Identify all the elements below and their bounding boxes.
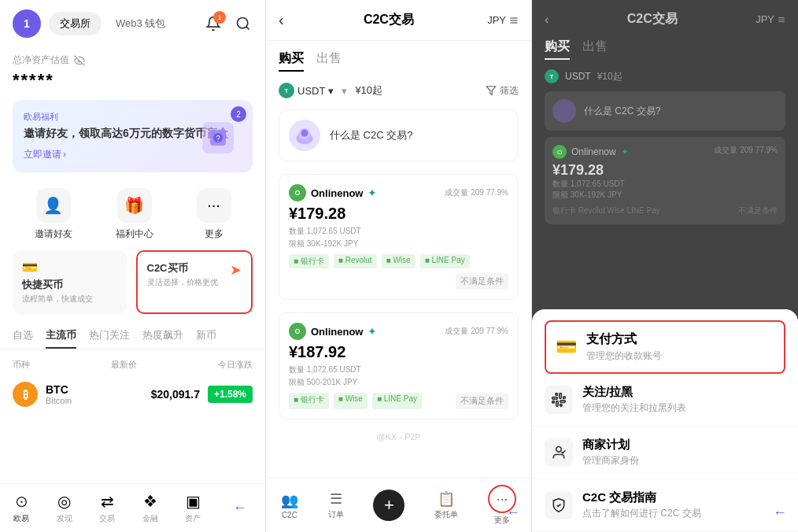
p2-trade-tabs: 购买 出售 <box>266 41 531 78</box>
merchant-2-name: O Onlinenow ✦ <box>289 323 377 340</box>
merchant-1-name: O Onlinenow ✦ <box>289 184 377 201</box>
tab-buy[interactable]: 购买 <box>279 50 304 72</box>
gift-icon: 🎁 <box>117 188 152 223</box>
currency-selector[interactable]: JPY <box>487 14 519 26</box>
merchant-sub: 管理商家身份 <box>582 454 639 467</box>
merchant-1-limit: 限额 30K-192K JPY <box>289 238 508 249</box>
svg-marker-10 <box>486 87 496 95</box>
follow-sub: 管理您的关注和拉黑列表 <box>582 401 686 415</box>
p3-dim-tab-buy: 购买 <box>545 39 570 60</box>
coin-filter[interactable]: T USDT ▾ <box>279 83 334 98</box>
nav-discover[interactable]: ◎ 发现 <box>57 492 72 524</box>
btc-row[interactable]: ₿ BTC Bitcoin $20,091.7 +1.58% <box>0 374 265 415</box>
back-arrow-bottom[interactable]: ← <box>228 492 252 524</box>
info-text: 什么是 C2C 交易? <box>330 128 412 142</box>
benefits-action[interactable]: 🎁 福利中心 <box>116 188 153 241</box>
add-button[interactable]: + <box>373 490 405 521</box>
p2-title: C2C交易 <box>290 12 487 28</box>
delegate-nav-icon: 📋 <box>438 490 455 508</box>
merchant-2-stats: 成交量 209 77.9% <box>445 326 508 337</box>
c2c-trade-card[interactable]: ➤ C2C买币 灵活选择，价格更优 <box>136 250 253 314</box>
verified-icon-2: ✦ <box>368 325 377 338</box>
merchant-2-price: ¥187.92 <box>289 343 508 361</box>
header-tabs: 交易所 Web3 钱包 <box>49 12 196 35</box>
notification-button[interactable]: 1 <box>204 14 223 33</box>
more-dots-icon: ··· <box>197 188 231 223</box>
promo-card[interactable]: 2 欧易福利 邀请好友，领取高达6万元的数字货币盲盒 立即邀请 › ? <box>13 100 253 172</box>
search-button[interactable] <box>234 14 253 33</box>
back-button-p2[interactable]: ‹ <box>279 11 284 29</box>
merchant-card-2[interactable]: O Onlinenow ✦ 成交量 209 77.9% ¥187.92 数量 1… <box>279 312 519 419</box>
tab-web3[interactable]: Web3 钱包 <box>105 12 176 35</box>
tab-exchange[interactable]: 交易所 <box>49 12 102 35</box>
follow-icon <box>545 386 573 414</box>
invite-icon: 👤 <box>36 188 71 223</box>
invite-friends-action[interactable]: 👤 邀请好友 <box>35 188 72 241</box>
p3-dim-merchant-card: O Onlinenow ✦ 成交量 209 77.9% ¥179.28 数量 1… <box>545 137 785 224</box>
nav-trade[interactable]: ⇄ 交易 <box>99 492 115 524</box>
tab-trending[interactable]: 热度飙升 <box>142 323 183 349</box>
btc-info: BTC Bitcoin <box>46 383 143 405</box>
p3-dim-merchant-avatar: O <box>552 145 567 159</box>
tab-new[interactable]: 新币 <box>196 323 216 349</box>
coin-table-header: 币种 最新价 今日涨跌 <box>0 356 265 374</box>
watermark: @KX - P2P <box>266 426 531 448</box>
nav-c2c[interactable]: 👥 C2C <box>281 492 298 519</box>
nav-assets[interactable]: ▣ 资产 <box>185 492 201 524</box>
merchant-2-tags: ■ 银行卡 ■ Wise ■ LINE Pay 不满足条件 <box>289 393 508 409</box>
nav-finance[interactable]: ❖ 金融 <box>142 492 158 524</box>
merchant-plan-item[interactable]: 商家计划 管理商家身份 <box>532 427 798 479</box>
btc-change: +1.58% <box>208 386 253 403</box>
guide-sub: 点击了解如何进行 C2C 交易 <box>582 507 701 520</box>
merchant-2-amount: 数量 1,072.65 USDT <box>289 364 508 375</box>
fast-trade-card[interactable]: 💳 快捷买币 流程简单，快速成交 <box>13 250 127 314</box>
info-card[interactable]: 什么是 C2C 交易? <box>279 109 519 161</box>
info-illustration <box>289 120 320 151</box>
p2-back-arrow[interactable]: ← <box>506 504 520 521</box>
quick-actions: 👤 邀请好友 🎁 福利中心 ··· 更多 <box>0 182 265 250</box>
more-action[interactable]: ··· 更多 <box>197 188 231 241</box>
promo-illustration: ? <box>194 114 242 161</box>
c2c-guide-item[interactable]: C2C 交易指南 点击了解如何进行 C2C 交易 <box>532 479 798 532</box>
nav-ouyi[interactable]: ⊙ 欧易 <box>13 492 29 524</box>
p1-header: 1 交易所 Web3 钱包 1 <box>0 0 265 47</box>
p3-dim-currency: JPY <box>756 13 785 25</box>
c2c-arrow-icon: ➤ <box>230 261 242 279</box>
p3-dim-info-card: 什么是 C2C 交易? <box>545 91 785 131</box>
finance-icon: ❖ <box>143 492 157 511</box>
p3-menu-panel: 💳 支付方式 管理您的收款账号 关注/拉黑 <box>532 309 798 532</box>
svg-point-0 <box>238 18 248 28</box>
nav-delegate[interactable]: 📋 委托单 <box>434 490 458 520</box>
nav-orders[interactable]: ☰ 订单 <box>328 490 344 520</box>
svg-line-1 <box>246 27 249 30</box>
svg-point-13 <box>301 130 308 137</box>
follow-title: 关注/拉黑 <box>582 385 686 400</box>
filter-button[interactable]: 筛选 <box>486 84 519 98</box>
merchant-1-stats: 成交量 209 77.9% <box>445 187 508 198</box>
panel-1: 1 交易所 Web3 钱包 1 <box>0 0 266 532</box>
header-icons: 1 <box>204 14 253 33</box>
coin-tabs: 自选 主流币 热门关注 热度飙升 新币 <box>0 323 265 349</box>
merchant-2-avatar: O <box>289 323 306 340</box>
p3-back-arrow-bottom[interactable]: ← <box>773 504 787 521</box>
merchant-1-amount: 数量 1,072.65 USDT <box>289 226 508 237</box>
tab-hotwatch[interactable]: 热门关注 <box>89 323 130 349</box>
assets-icon: ▣ <box>186 492 201 511</box>
merchant-card-1[interactable]: O Onlinenow ✦ 成交量 209 77.9% ¥179.28 数量 1… <box>279 174 519 300</box>
btc-price: $20,091.7 <box>151 388 200 401</box>
tab-mainstream[interactable]: 主流币 <box>46 323 76 349</box>
follow-blacklist-item[interactable]: 关注/拉黑 管理您的关注和拉黑列表 <box>532 374 798 427</box>
credit-card-icon: 💳 <box>556 337 577 357</box>
notification-badge: 1 <box>213 11 226 24</box>
btc-icon: ₿ <box>13 382 38 407</box>
payment-method-item[interactable]: 💳 支付方式 管理您的收款账号 <box>545 320 785 374</box>
p3-dim-info-icon <box>552 99 576 123</box>
svg-point-17 <box>556 447 562 453</box>
tab-sell[interactable]: 出售 <box>316 50 342 72</box>
merchant-2-limit: 限额 500-201K JPY <box>289 377 508 388</box>
tab-favorites[interactable]: 自选 <box>13 323 33 349</box>
avatar[interactable]: 1 <box>13 9 41 38</box>
trading-section: 💳 快捷买币 流程简单，快速成交 ➤ C2C买币 灵活选择，价格更优 <box>13 250 253 314</box>
guide-title: C2C 交易指南 <box>582 490 701 505</box>
merchant-title: 商家计划 <box>582 438 639 453</box>
